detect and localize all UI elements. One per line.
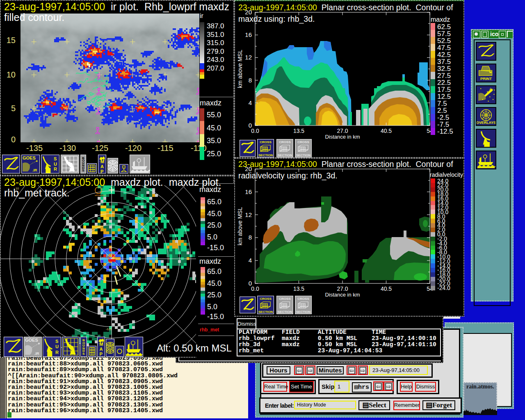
svg-text:12: 12 (245, 211, 252, 218)
svg-text:A: A (100, 347, 103, 352)
svg-text:Distance in km: Distance in km (325, 292, 360, 298)
svg-text:4: 4 (249, 257, 252, 264)
svg-text:S: S (82, 352, 85, 356)
svg-text:CROSS: CROSS (260, 297, 272, 301)
svg-text:8: 8 (249, 77, 252, 84)
svg-text:12: 12 (245, 54, 252, 61)
svg-text:40.5: 40.5 (381, 285, 392, 292)
svg-text:13.5: 13.5 (293, 285, 304, 292)
svg-text:SECTION: SECTION (278, 310, 292, 314)
svg-text:A: A (100, 164, 104, 169)
svg-text:SECTION: SECTION (278, 153, 292, 157)
svg-text:4: 4 (249, 99, 252, 106)
svg-text:S: S (55, 339, 58, 344)
svg-text:M: M (100, 342, 103, 347)
svg-text:SECTION: SECTION (296, 153, 311, 157)
svg-text:CROSS: CROSS (297, 297, 309, 301)
svg-text:0.0: 0.0 (251, 285, 259, 292)
svg-text:U: U (55, 344, 59, 349)
svg-text:SECTION: SECTION (258, 310, 273, 314)
svg-text:M: M (100, 159, 104, 164)
svg-text:P: P (100, 352, 103, 356)
svg-text:S: S (82, 169, 84, 172)
svg-text:.IR: .IR (32, 168, 37, 172)
svg-text:CROSS: CROSS (279, 140, 291, 144)
svg-text:km above MSL: km above MSL (237, 50, 243, 88)
svg-text:SECTION: SECTION (258, 153, 273, 157)
svg-text:.IR: .IR (34, 352, 39, 356)
svg-text:S: S (54, 156, 57, 161)
svg-text:16: 16 (245, 31, 252, 38)
svg-text:27.0: 27.0 (337, 285, 348, 292)
svg-text:8: 8 (249, 234, 252, 241)
svg-text:0.0: 0.0 (251, 128, 259, 134)
svg-text:GOES: GOES (25, 338, 38, 342)
svg-text:U: U (54, 162, 57, 167)
svg-text:GOES: GOES (23, 155, 36, 160)
svg-text:CROSS: CROSS (279, 297, 291, 301)
svg-text:SECTION: SECTION (296, 310, 311, 314)
svg-text:40.5: 40.5 (381, 128, 392, 134)
svg-text:CROSS: CROSS (297, 140, 309, 144)
svg-text:27.0: 27.0 (337, 128, 348, 134)
svg-text:PRINT: PRINT (480, 76, 492, 81)
svg-text:R: R (55, 350, 59, 355)
svg-text:R: R (54, 167, 57, 171)
svg-text:CROSS: CROSS (260, 140, 272, 144)
svg-text:OVERLAYS: OVERLAYS (477, 121, 495, 125)
svg-text:P: P (100, 169, 103, 173)
svg-text:km above MSL: km above MSL (237, 207, 243, 246)
svg-text:16: 16 (245, 188, 252, 195)
svg-text:13.5: 13.5 (293, 128, 304, 134)
svg-text:Distance in km: Distance in km (325, 134, 360, 140)
